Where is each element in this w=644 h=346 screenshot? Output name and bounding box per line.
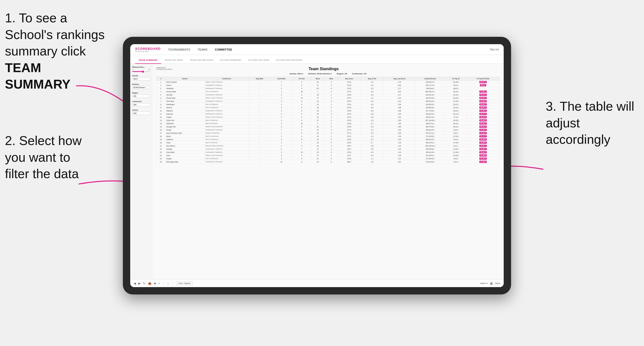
table-cell: 265 76-26-1 <box>415 125 445 128</box>
table-cell: 33-44-3 <box>466 151 500 154</box>
col-rank: # <box>156 77 165 80</box>
table-cell: 8 <box>293 160 311 164</box>
sign-out-link[interactable]: Sign out <box>490 48 499 51</box>
table-cell: Southeastern Conference <box>204 160 249 164</box>
tab-player-summary[interactable]: PLAYER SUMMARY <box>217 57 245 64</box>
score-badge: 54-4-0 <box>480 84 486 86</box>
toolbar-add-icon[interactable]: + <box>158 282 160 285</box>
school-select[interactable]: (All) <box>132 112 150 115</box>
standings-table: # School Conference Reg Rank Conf Rank N… <box>156 77 500 164</box>
view-original-button[interactable]: View: Original <box>176 281 193 285</box>
tab-player-h2h-grid[interactable]: PLAYER H2H GRID <box>245 57 273 64</box>
tab-player-h2h-heatmap[interactable]: PLAYER H2H HEATMAP <box>273 57 306 64</box>
gender-select[interactable]: Men's <box>132 77 150 80</box>
score-badge: 21-30-0 <box>480 161 487 163</box>
table-cell: 17-33-3 <box>445 141 466 144</box>
table-cell: 7 <box>270 128 293 132</box>
table-cell: 39-23-1 <box>466 106 500 109</box>
table-cell: 22 <box>156 148 165 151</box>
table-cell: 265 100-27-1 <box>415 90 445 93</box>
table-row: 26Mississippi StateSoutheastern Conferen… <box>156 160 500 164</box>
table-cell: 269 95-6-0 <box>415 87 445 90</box>
toolbar-share-icon[interactable]: 📤 <box>148 282 152 285</box>
table-cell: - <box>249 100 270 103</box>
table-cell: 6 <box>156 96 165 100</box>
table-cell: 4 <box>156 90 165 93</box>
filter-gender: Gender Men's <box>132 75 150 80</box>
table-cell: 3.01 <box>384 116 415 119</box>
table-cell: 1.98 <box>384 106 415 109</box>
table-cell: - <box>249 116 270 119</box>
table-cell: 51-18-1 <box>466 122 500 125</box>
table-cell: 10 <box>156 109 165 112</box>
table-cell: -0.4 <box>360 154 384 157</box>
toolbar-back-icon[interactable]: ◀ <box>134 282 136 285</box>
table-cell: - <box>249 125 270 128</box>
table-cell: 3 <box>270 141 293 144</box>
table-cell: 44-24-1 <box>466 125 500 128</box>
table-cell: 14-21-0 <box>445 106 466 109</box>
table-cell: 9-12-1 <box>445 144 466 148</box>
nav-teams[interactable]: TEAMS <box>198 48 208 51</box>
table-cell: 2.20 <box>384 96 415 100</box>
table-cell: 18 <box>311 144 324 148</box>
table-cell: Florida State <box>165 96 204 100</box>
instruction-3: 3. The table will adjust accordingly <box>546 98 639 148</box>
table-row: 25OregonPac-12 Conference-59210279.5-1.1… <box>156 157 500 160</box>
score-badge: 27-17-1 <box>480 135 487 137</box>
toolbar-reload-icon[interactable]: ↻ <box>143 282 146 285</box>
toolbar-bookmark-icon[interactable]: ■ <box>154 282 156 285</box>
score-badge: 32-19-0 <box>480 100 487 102</box>
table-cell: 5 <box>293 144 311 148</box>
table-cell: 10 <box>270 160 293 164</box>
table-cell: 5 <box>156 93 165 96</box>
table-cell: 262 88-17-0 <box>415 80 445 84</box>
table-cell: 29-20-1 <box>466 144 500 148</box>
table-cell: 8 <box>293 125 311 128</box>
table-cell: 278.2 <box>338 138 360 141</box>
table-cell: 24 <box>293 122 311 125</box>
table-cell: 12-13-0 <box>445 135 466 138</box>
table-cell: 264 95-29-2 <box>415 96 445 100</box>
table-cell: -5.1 <box>360 138 384 141</box>
table-cell: 2 <box>311 122 324 125</box>
table-cell: 9 <box>293 128 311 132</box>
table-cell: 8-14-0 <box>445 138 466 141</box>
table-cell: 8 <box>293 103 311 106</box>
table-cell: 9 <box>270 151 293 154</box>
share-button[interactable]: Share <box>495 282 500 284</box>
table-cell: - <box>249 148 270 151</box>
watch-button[interactable]: Watch ▾ <box>480 282 488 284</box>
region-select[interactable]: N/A <box>132 94 150 98</box>
table-cell: 1.85 <box>384 125 415 128</box>
table-cell: 2 <box>270 87 293 90</box>
table-cell: 42-18-0 <box>445 80 466 84</box>
table-cell: 4 <box>324 132 338 135</box>
main-content: Minimum Rou... 4 30 Gender Men's <box>130 64 504 279</box>
table-cell: 8 <box>293 100 311 103</box>
tab-team-h2h-heatmap[interactable]: TEAM H2H HEATMAP <box>186 57 217 64</box>
table-row: 6Florida StateAtlantic Coast Conference-… <box>156 96 500 100</box>
table-cell: 2 <box>324 144 338 148</box>
table-cell: - <box>249 160 270 164</box>
tab-team-summary[interactable]: TEAM SUMMARY <box>135 57 161 64</box>
nav-committee[interactable]: COMMITTEE <box>215 48 232 51</box>
col-avg-low: Avg. Low Score <box>384 77 415 80</box>
nav-tournaments[interactable]: TOURNAMENTS <box>168 48 190 51</box>
table-cell: 274.8 <box>338 93 360 96</box>
table-cell: 5 <box>270 157 293 160</box>
table-cell: 8 <box>293 116 311 119</box>
table-cell: -1.1 <box>360 157 384 160</box>
table-cell: 18 <box>311 93 324 96</box>
tab-team-h2h-grid[interactable]: TEAM H2H GRID <box>161 57 186 64</box>
toolbar-forward-icon[interactable]: ▶ <box>138 282 140 285</box>
col-vs25: Vs Top 25 <box>445 77 466 80</box>
table-cell: 280.7 <box>338 160 360 164</box>
table-cell: 269 32-40-3 <box>415 151 445 154</box>
conference-select[interactable]: (All) <box>132 103 150 106</box>
table-cell: 11-19-0 <box>445 100 466 103</box>
division-select[interactable]: NCAA Division I <box>132 86 150 89</box>
table-cell: -3.5 <box>360 119 384 122</box>
table-cell: 279.2 <box>338 148 360 151</box>
table-cell: Atlantic Coast Conference <box>204 80 249 84</box>
